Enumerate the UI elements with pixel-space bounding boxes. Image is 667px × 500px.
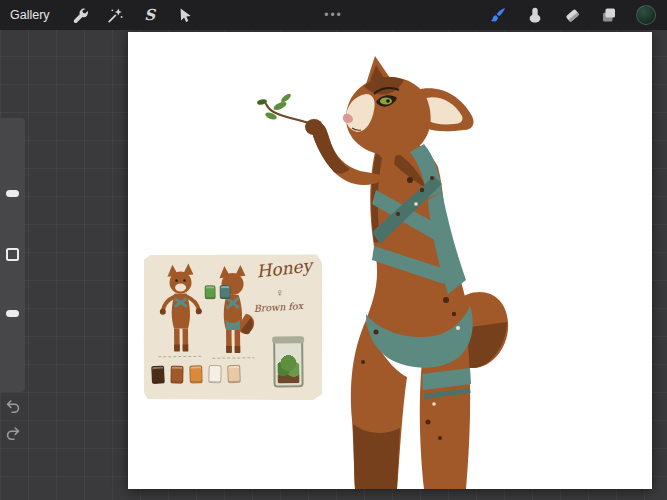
undo-redo-group — [4, 396, 24, 443]
redo-button[interactable] — [4, 423, 24, 443]
transform-arrow-icon[interactable] — [172, 2, 198, 28]
wrench-icon — [71, 6, 89, 24]
reference-sheet: Honey ♀ Brown fox — [142, 253, 324, 402]
actions-wrench-icon[interactable] — [67, 2, 93, 28]
brush-opacity-slider[interactable] — [6, 310, 19, 317]
procreate-app: Gallery S — [0, 0, 667, 500]
jar-plant — [277, 346, 299, 383]
smudge-icon[interactable] — [522, 2, 548, 28]
top-toolbar: Gallery S — [0, 0, 667, 30]
current-color-circle — [636, 5, 656, 25]
modify-button[interactable] — [6, 248, 19, 261]
toolbar-left-group: Gallery S — [8, 2, 198, 28]
jar-lid — [272, 336, 304, 343]
cursor-arrow-icon — [176, 6, 194, 24]
undo-arrow-icon — [4, 397, 22, 415]
reference-figure-back — [211, 265, 254, 358]
layers-icon[interactable] — [596, 2, 622, 28]
undo-button[interactable] — [4, 396, 24, 416]
reference-title: Honey — [255, 255, 313, 281]
brush-size-slider[interactable] — [6, 190, 19, 197]
magic-wand-icon — [106, 6, 124, 24]
palette-swatch — [208, 365, 221, 383]
specimen-jar — [273, 337, 304, 387]
color-swatch[interactable] — [633, 2, 659, 28]
eraser-shape-icon — [563, 6, 581, 24]
paintbrush-icon — [489, 6, 507, 24]
adjustments-wand-icon[interactable] — [102, 2, 128, 28]
palette-swatch — [220, 285, 231, 299]
toolbar-right-group — [485, 2, 659, 28]
finger-icon — [526, 6, 544, 24]
eraser-icon[interactable] — [559, 2, 585, 28]
brush-icon[interactable] — [485, 2, 511, 28]
gallery-button[interactable]: Gallery — [8, 6, 58, 24]
reference-gender-symbol: ♀ — [276, 286, 284, 298]
palette-swatch — [170, 365, 183, 383]
brush-sidebar — [0, 118, 25, 392]
palette-swatch — [205, 285, 216, 299]
canvas-options-dots[interactable]: ••• — [318, 0, 349, 30]
palette-swatch — [189, 365, 202, 383]
selection-icon[interactable]: S — [137, 2, 163, 28]
s-ribbon-icon: S — [144, 8, 155, 23]
reference-figures — [145, 262, 260, 365]
redo-arrow-icon — [4, 424, 22, 442]
drawing-canvas[interactable]: Honey ♀ Brown fox — [128, 32, 652, 489]
reference-species: Brown fox — [253, 300, 303, 314]
palette-swatch — [227, 365, 241, 383]
reference-figure-front — [157, 263, 202, 356]
layers-stack-icon — [600, 6, 618, 24]
palette-swatch — [151, 366, 165, 385]
